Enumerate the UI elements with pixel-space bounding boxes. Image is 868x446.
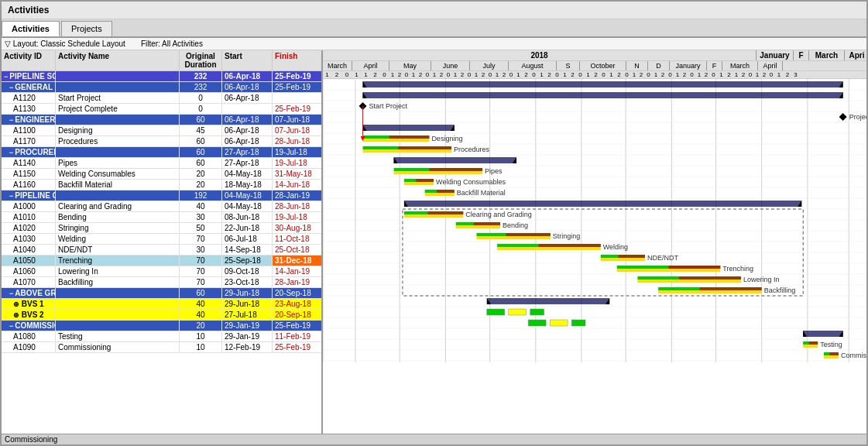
gantt-header: 2018 January F March Apri March April Ma… [323,50,866,79]
svg-rect-70 [416,179,434,182]
row-commissioning: −COMMISSIONING 20 29-Jan-19 25-Feb-19 [2,321,321,331]
year-april-label: Apri [845,50,866,60]
app-title: Activities [8,5,49,15]
gantt-day-row: 120 1120 120120 120120 120120 120120 120 [323,71,866,79]
row-a1090: A1090 Commissioning 10 12-Feb-19 25-Feb-… [2,342,321,353]
header-duration: OriginalDuration [180,50,222,70]
tab-activities[interactable]: Activities [2,21,60,36]
month-f2: F [707,61,722,70]
title-bar: Activities [2,2,866,19]
gantt-year-row: 2018 January F March Apri [323,50,866,61]
svg-rect-76 [404,201,801,207]
svg-rect-74 [437,190,455,193]
svg-text:Pipes: Pipes [485,167,503,175]
svg-text:Backfilling: Backfilling [764,286,796,294]
svg-rect-89 [506,233,551,236]
row-a1130: A1130 Project Complete 0 25-Feb-19 [2,104,321,115]
row-a1030: A1030 Welding 70 06-Jul-18 11-Oct-18 [2,234,321,245]
row-a1100: A1100 Designing 45 06-Apr-18 07-Jun-18 [2,125,321,136]
svg-rect-50 [363,125,455,131]
month-nov: N [626,61,648,70]
svg-rect-108 [658,290,762,293]
svg-text:Stringing: Stringing [553,232,581,240]
toolbar: ▽ Layout: Classic Schedule Layout Filter… [2,38,866,50]
svg-rect-65 [394,171,482,174]
svg-rect-93 [539,244,601,247]
gantt-month-row: March April May June July August S Octob… [323,61,866,71]
svg-rect-104 [637,280,741,283]
header-start: Start [222,50,273,70]
row-a1010: A1010 Bending 30 08-Jun-18 19-Jul-18 [2,212,321,223]
svg-rect-81 [427,211,463,214]
tab-bar: Activities Projects [2,19,866,38]
tab-projects[interactable]: Projects [61,21,112,36]
header-activity-id: Activity ID [2,50,56,70]
month-april2: April [758,61,783,70]
svg-rect-105 [679,276,741,280]
row-above-ground: −ABOVE GROUND INSTALLATIONS 60 29-Jun-18… [2,288,321,299]
svg-text:Start Project: Start Project [369,102,408,110]
year-2018: 2018 [323,50,756,60]
svg-rect-116 [530,309,544,315]
svg-rect-59 [398,146,451,149]
svg-rect-40 [363,81,843,87]
svg-rect-117 [528,320,546,326]
svg-rect-66 [429,168,482,171]
svg-rect-119 [571,320,585,326]
svg-rect-84 [456,225,500,228]
row-bvs1: ⊕ BVS 1 40 29-Jun-18 23-Aug-18 [2,299,321,310]
row-bvs2: ⊕ BVS 2 40 27-Jul-18 20-Sep-18 [2,310,321,321]
svg-rect-55 [389,136,430,139]
svg-text:Procedures: Procedures [454,146,490,153]
filter-label: Filter: All Activities [141,39,203,48]
row-a1040: A1040 NDE/NDT 30 14-Sep-18 25-Oct-18 [2,245,321,256]
month-april: April [352,61,389,70]
svg-rect-111 [487,298,609,304]
row-a1120: A1120 Start Project 0 06-Apr-18 [2,93,321,104]
status-bar: Commissioning [2,434,866,444]
month-january: January [670,61,707,70]
year-jan-label: January [756,50,794,60]
svg-text:Clearing and Grading: Clearing and Grading [465,211,532,218]
month-sep: S [557,61,580,70]
header-finish: Finish [273,50,323,70]
header-activity-name: Activity Name [56,50,180,70]
svg-rect-100 [617,269,721,272]
svg-marker-48 [839,113,847,121]
svg-text:Welding Consumables: Welding Consumables [436,178,506,186]
svg-rect-101 [668,266,720,269]
status-commissioning: Commissioning [5,435,57,444]
month-october: October [580,61,626,70]
svg-rect-73 [425,193,455,196]
row-a1140: A1140 Pipes 60 27-Apr-18 19-Jul-18 [2,158,321,169]
svg-rect-118 [550,320,568,326]
svg-rect-96 [601,258,645,261]
row-general: −GENERAL 232 06-Apr-18 25-Feb-19 [2,82,321,93]
row-a1160: A1160 Backfill Material 20 18-May-18 14-… [2,180,321,190]
row-pipeline-construction: −PIPELINE CONSTRUCTION 192 04-May-18 28-… [2,190,321,201]
svg-text:Project Complete: Project Complete [849,113,866,121]
row-a1070: A1070 Backfilling 70 23-Oct-18 28-Jan-19 [2,277,321,288]
svg-rect-114 [487,309,505,315]
row-a1170: A1170 Procedures 60 06-Apr-18 28-Jun-18 [2,136,321,147]
month-july: July [470,61,509,70]
svg-rect-88 [476,236,550,239]
gantt-panel[interactable]: 2018 January F March Apri March April Ma… [323,50,866,434]
row-a1050: A1050 Trenching 70 25-Sep-18 31-Dec-18 [2,256,321,266]
month-may: May [389,61,431,70]
layout-label: ▽ Layout: Classic Schedule Layout [5,39,125,48]
svg-rect-80 [404,214,463,218]
row-a1060: A1060 Lowering In 70 09-Oct-18 14-Jan-19 [2,266,321,277]
row-a1080: A1080 Testing 10 29-Jan-19 11-Feb-19 [2,331,321,342]
main-content: Activity ID Activity Name OriginalDurati… [2,50,866,434]
month-march: March [323,61,352,70]
svg-text:NDE/NDT: NDE/NDT [647,254,679,262]
svg-rect-54 [363,139,430,142]
row-a1020: A1020 Stringing 50 22-Jun-18 30-Aug-18 [2,223,321,234]
month-june: June [431,61,470,70]
column-headers: Activity ID Activity Name OriginalDurati… [2,50,321,71]
svg-text:Designing: Designing [431,135,462,142]
gantt-svg: Start ProjectProject CompleteDesigningPr… [323,79,866,362]
svg-text:Lowering In: Lowering In [743,276,780,283]
svg-rect-43 [363,92,843,98]
